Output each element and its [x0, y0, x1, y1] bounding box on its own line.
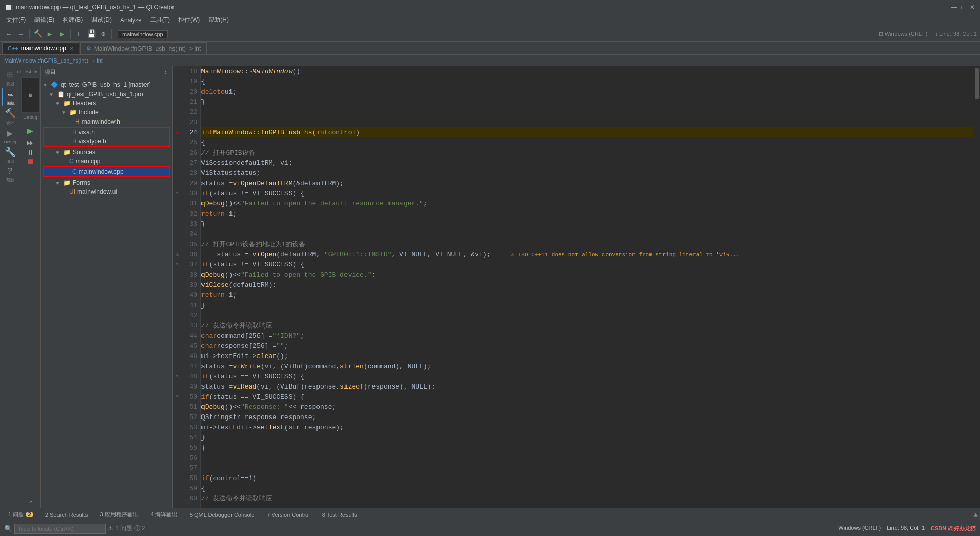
code-line-44: char command[256] = "*IDN?";: [201, 331, 974, 341]
tree-label-headers: Headers: [73, 100, 96, 107]
tree-item-mainwindow-ui[interactable]: UI mainwindow.ui: [41, 187, 172, 196]
toolbar-file-label: mainwindow.cpp: [118, 30, 168, 38]
tree-arrow-mwh: [67, 119, 73, 125]
rail-24: ▶24: [173, 127, 200, 137]
btab-problems[interactable]: 1 问题 2: [2, 509, 39, 521]
rail-19: 19: [173, 76, 200, 86]
btab-appout[interactable]: 3 应用程序输出: [94, 509, 145, 521]
tree-icon-sources: 📁: [63, 148, 71, 156]
tree-item-visa-h[interactable]: H visa.h: [44, 128, 169, 137]
code-line-25: {: [201, 137, 974, 147]
tree-item-mainwindow-h[interactable]: H mainwindow.h: [41, 117, 172, 126]
toolbar-new[interactable]: +: [73, 28, 84, 40]
menubar-item-w[interactable]: 控件(W): [174, 15, 204, 25]
menubar-item-d[interactable]: 调试(D): [87, 15, 116, 25]
rail-46: 46: [173, 351, 200, 361]
tree-item-sources[interactable]: ▼ 📁 Sources: [41, 147, 172, 157]
statusbar-watermark: CSDN @好办龙猫: [931, 525, 976, 532]
debug-stop-button[interactable]: ⏸: [27, 148, 34, 157]
fn-path: MainWindow::fnGPIB_usb_hs(int) → int: [4, 57, 103, 64]
btab-test[interactable]: 8 Test Results: [316, 509, 363, 521]
tree-item-forms[interactable]: ▼ 📁 Forms: [41, 178, 172, 187]
tab-fn-signature[interactable]: ⚙ MainWindow::fnGPIB_usb_hs(int) -> int: [80, 42, 207, 54]
code-line-18: MainWindow::~MainWindow(): [201, 66, 974, 76]
toolbar-debug[interactable]: ▶: [56, 28, 68, 40]
tree-item-mainwindow-cpp[interactable]: C mainwindow.cpp: [44, 167, 169, 176]
debug-step-button[interactable]: ⏭: [27, 139, 34, 147]
debug-panel: qt_test_hs_1 🖥 Debug ▶ ⏭ ⏸ ⏹ ↗: [20, 66, 41, 508]
toolbar-saveall[interactable]: ⊕: [98, 28, 109, 40]
sidebar-icon-[interactable]: 🔧项目: [2, 146, 19, 164]
btab-up-arrow[interactable]: ▲: [974, 511, 978, 519]
code-content[interactable]: 18 19 20 21 22 23 ▶24 25 26 27 28 29 ▼30…: [173, 66, 980, 508]
menubar-item-b[interactable]: 构建(B): [59, 15, 87, 25]
tab-close-mainwindow[interactable]: ✕: [69, 45, 74, 52]
code-line-55: }: [201, 442, 974, 453]
code-line-59: {: [201, 483, 974, 493]
code-line-36: status = viOpen(defaultRM, "GPIB0::1::IN…: [201, 249, 974, 259]
debug-terminate-button[interactable]: ⏹: [27, 158, 34, 166]
btab-label-search: 2 Search Results: [45, 512, 88, 518]
minimize-button[interactable]: —: [950, 4, 958, 11]
function-breadcrumb-bar: MainWindow::fnGPIB_usb_hs(int) → int: [0, 55, 980, 66]
debug-extra-button[interactable]: ↗: [28, 498, 32, 505]
code-line-51: qDebug() << "Response: " << response;: [201, 402, 974, 412]
scrollbar-thumb[interactable]: [975, 68, 979, 99]
tree-arrow-visatype: [64, 139, 70, 144]
rail-28: 28: [173, 168, 200, 178]
tree-icon-pro: 📋: [57, 91, 65, 98]
tab-mainwindow-cpp[interactable]: C++ mainwindow.cpp ✕: [2, 42, 79, 54]
sidebar-icon-debug[interactable]: ▶Debug: [2, 127, 19, 144]
menubar-item-e[interactable]: 编辑(E): [30, 15, 59, 25]
toolbar-right-info: ⊞ Windows (CRLF) ↕ Line: 98, Col: 1: [879, 31, 977, 37]
btab-qml[interactable]: 5 QML Debugger Console: [184, 509, 261, 521]
sidebar-icon-[interactable]: ✏编辑: [2, 88, 19, 106]
code-line-28: ViStatus status;: [201, 168, 974, 178]
statusbar-line-col: Line: 98, Col: 1: [887, 525, 925, 532]
tree-icon-headers: 📁: [63, 100, 71, 107]
code-line-52: QString str_response=response;: [201, 412, 974, 422]
main-area: ⊞欢迎✏编辑🔨设计▶Debug🔧项目?帮助 qt_test_hs_1 🖥 Deb…: [0, 66, 980, 508]
code-line-31: qDebug() << "Failed to open the default …: [201, 198, 974, 209]
toolbar-save[interactable]: 💾: [85, 28, 97, 40]
close-button[interactable]: ✕: [969, 4, 976, 11]
toolbar: ← → 🔨 ▶ ▶ + 💾 ⊕ mainwindow.cpp ⊞ Windows…: [0, 26, 980, 42]
encoding-label: ⊞ Windows (CRLF): [879, 31, 928, 37]
btab-search[interactable]: 2 Search Results: [39, 509, 94, 521]
code-line-43: // 发送命令并读取响应: [201, 320, 974, 331]
statusbar-search-input[interactable]: [14, 524, 106, 534]
btab-compile[interactable]: 4 编译输出: [145, 509, 184, 521]
tree-item-include[interactable]: ▼ 📁 Include: [41, 108, 172, 117]
tree-item-root[interactable]: ▼ 🔷 qt_test_GPIB_usb_hs_1 [master]: [41, 80, 172, 90]
debug-run-button[interactable]: ▶: [27, 125, 33, 136]
menubar-item-f[interactable]: 文件(F): [2, 15, 30, 25]
code-body[interactable]: MainWindow::~MainWindow() { delete ui; }…: [201, 66, 974, 508]
menubar-item-h[interactable]: 帮助(H): [204, 15, 233, 25]
maximize-button[interactable]: □: [960, 4, 967, 11]
menubar-item-analyze[interactable]: Analyze: [116, 16, 146, 25]
sidebar-icon-[interactable]: ?帮助: [2, 166, 19, 183]
tree-item-main-cpp[interactable]: C main.cpp: [41, 157, 172, 166]
code-line-21: }: [201, 97, 974, 107]
sidebar-icon-[interactable]: 🔨设计: [2, 108, 19, 125]
minimap: [974, 66, 980, 508]
tree-item-visatype-h[interactable]: H visatype.h: [44, 137, 169, 146]
btab-vc[interactable]: 7 Version Control: [261, 509, 315, 521]
tree-icon-forms: 📁: [63, 179, 71, 186]
tree-item-pro[interactable]: ▼ 📋 qt_test_GPIB_usb_hs_1.pro: [41, 90, 172, 99]
toolbar-build[interactable]: 🔨: [32, 28, 43, 40]
code-line-20: delete ui;: [201, 86, 974, 97]
rail-54: 54: [173, 432, 200, 442]
toolbar-forward[interactable]: →: [15, 28, 26, 40]
toolbar-run[interactable]: ▶: [44, 28, 55, 40]
tree-arrow-forms: ▼: [55, 180, 61, 186]
project-panel-options[interactable]: ⋮: [163, 69, 168, 75]
tree-arrow-root: ▼: [43, 82, 49, 88]
tree-item-headers[interactable]: ▼ 📁 Headers: [41, 99, 172, 108]
rail-50: ▼50: [173, 392, 200, 402]
toolbar-back[interactable]: ←: [3, 28, 14, 40]
code-line-38: qDebug() << "Failed to open the GPIB dev…: [201, 270, 974, 280]
statusbar-left: 🔍 ⚠ 1 问题 ⓘ 2: [4, 524, 146, 534]
tree-label-pro: qt_test_GPIB_usb_hs_1.pro: [67, 91, 143, 98]
menubar-item-t[interactable]: 工具(T): [146, 15, 174, 25]
